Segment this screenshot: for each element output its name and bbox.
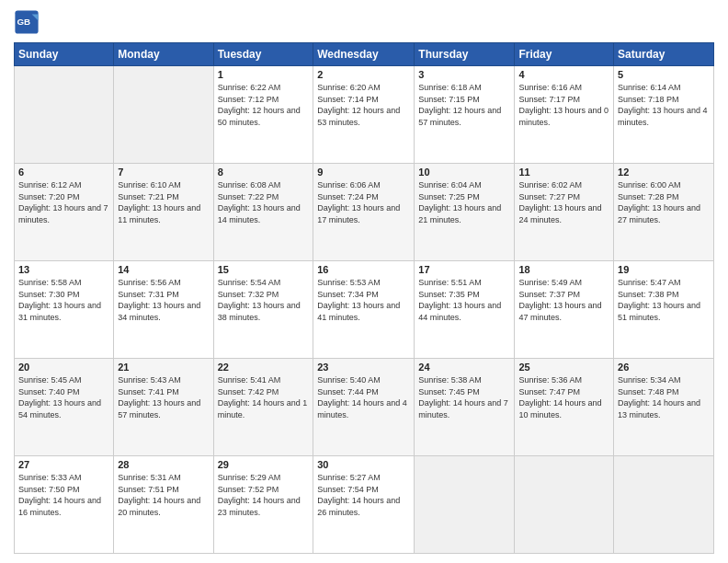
day-number: 15 <box>218 264 310 275</box>
day-number: 25 <box>518 362 609 373</box>
day-info: Sunrise: 6:20 AM Sunset: 7:14 PM Dayligh… <box>317 82 410 128</box>
day-info: Sunrise: 6:00 AM Sunset: 7:28 PM Dayligh… <box>618 179 710 225</box>
day-number: 3 <box>418 69 510 80</box>
day-number: 28 <box>118 459 209 470</box>
calendar-week-row: 27Sunrise: 5:33 AM Sunset: 7:50 PM Dayli… <box>15 456 714 554</box>
day-info: Sunrise: 6:14 AM Sunset: 7:18 PM Dayligh… <box>618 82 710 128</box>
day-number: 5 <box>618 69 710 80</box>
logo: GB <box>14 9 41 35</box>
calendar-day-cell: 14Sunrise: 5:56 AM Sunset: 7:31 PM Dayli… <box>114 261 213 359</box>
day-number: 10 <box>418 167 510 178</box>
calendar-week-row: 13Sunrise: 5:58 AM Sunset: 7:30 PM Dayli… <box>15 261 714 359</box>
day-info: Sunrise: 5:54 AM Sunset: 7:32 PM Dayligh… <box>218 277 310 323</box>
day-number: 13 <box>18 264 109 275</box>
calendar-day-cell: 1Sunrise: 6:22 AM Sunset: 7:12 PM Daylig… <box>213 66 313 164</box>
calendar-header-row: SundayMondayTuesdayWednesdayThursdayFrid… <box>15 43 714 66</box>
day-info: Sunrise: 6:22 AM Sunset: 7:12 PM Dayligh… <box>218 82 310 128</box>
day-number: 22 <box>218 362 310 373</box>
day-number: 4 <box>518 69 609 80</box>
weekday-header: Sunday <box>15 43 114 66</box>
calendar-day-cell: 26Sunrise: 5:34 AM Sunset: 7:48 PM Dayli… <box>614 359 714 456</box>
day-number: 1 <box>218 69 310 80</box>
weekday-header: Saturday <box>614 43 714 66</box>
day-info: Sunrise: 6:12 AM Sunset: 7:20 PM Dayligh… <box>18 179 109 225</box>
calendar-day-cell: 4Sunrise: 6:16 AM Sunset: 7:17 PM Daylig… <box>515 66 614 164</box>
calendar-day-cell: 7Sunrise: 6:10 AM Sunset: 7:21 PM Daylig… <box>114 164 213 261</box>
calendar-day-cell: 29Sunrise: 5:29 AM Sunset: 7:52 PM Dayli… <box>213 456 313 554</box>
weekday-header: Wednesday <box>313 43 415 66</box>
calendar-day-cell <box>114 66 213 164</box>
day-info: Sunrise: 5:31 AM Sunset: 7:51 PM Dayligh… <box>118 472 209 518</box>
day-number: 17 <box>418 264 510 275</box>
day-info: Sunrise: 5:34 AM Sunset: 7:48 PM Dayligh… <box>618 374 710 420</box>
calendar: SundayMondayTuesdayWednesdayThursdayFrid… <box>14 42 714 554</box>
calendar-day-cell: 16Sunrise: 5:53 AM Sunset: 7:34 PM Dayli… <box>313 261 415 359</box>
day-info: Sunrise: 6:06 AM Sunset: 7:24 PM Dayligh… <box>317 179 410 225</box>
calendar-day-cell: 28Sunrise: 5:31 AM Sunset: 7:51 PM Dayli… <box>114 456 213 554</box>
day-number: 11 <box>518 167 609 178</box>
day-number: 12 <box>618 167 710 178</box>
day-info: Sunrise: 5:40 AM Sunset: 7:44 PM Dayligh… <box>317 374 410 420</box>
calendar-day-cell: 6Sunrise: 6:12 AM Sunset: 7:20 PM Daylig… <box>15 164 114 261</box>
calendar-day-cell: 3Sunrise: 6:18 AM Sunset: 7:15 PM Daylig… <box>415 66 515 164</box>
svg-text:GB: GB <box>17 17 31 27</box>
calendar-day-cell: 18Sunrise: 5:49 AM Sunset: 7:37 PM Dayli… <box>515 261 614 359</box>
calendar-day-cell: 21Sunrise: 5:43 AM Sunset: 7:41 PM Dayli… <box>114 359 213 456</box>
calendar-day-cell: 5Sunrise: 6:14 AM Sunset: 7:18 PM Daylig… <box>614 66 714 164</box>
calendar-day-cell: 24Sunrise: 5:38 AM Sunset: 7:45 PM Dayli… <box>415 359 515 456</box>
calendar-day-cell: 30Sunrise: 5:27 AM Sunset: 7:54 PM Dayli… <box>313 456 415 554</box>
calendar-day-cell: 23Sunrise: 5:40 AM Sunset: 7:44 PM Dayli… <box>313 359 415 456</box>
day-number: 20 <box>18 362 109 373</box>
day-number: 6 <box>18 167 109 178</box>
day-info: Sunrise: 6:16 AM Sunset: 7:17 PM Dayligh… <box>518 82 609 128</box>
weekday-header: Friday <box>515 43 614 66</box>
day-info: Sunrise: 6:02 AM Sunset: 7:27 PM Dayligh… <box>518 179 609 225</box>
day-info: Sunrise: 5:27 AM Sunset: 7:54 PM Dayligh… <box>317 472 410 518</box>
day-info: Sunrise: 5:38 AM Sunset: 7:45 PM Dayligh… <box>418 374 510 420</box>
calendar-day-cell <box>415 456 515 554</box>
calendar-day-cell <box>15 66 114 164</box>
calendar-week-row: 6Sunrise: 6:12 AM Sunset: 7:20 PM Daylig… <box>15 164 714 261</box>
day-info: Sunrise: 5:45 AM Sunset: 7:40 PM Dayligh… <box>18 374 109 420</box>
day-info: Sunrise: 5:43 AM Sunset: 7:41 PM Dayligh… <box>118 374 209 420</box>
day-info: Sunrise: 5:41 AM Sunset: 7:42 PM Dayligh… <box>218 374 310 420</box>
header: GB <box>14 9 714 35</box>
day-info: Sunrise: 5:47 AM Sunset: 7:38 PM Dayligh… <box>618 277 710 323</box>
day-info: Sunrise: 5:49 AM Sunset: 7:37 PM Dayligh… <box>518 277 609 323</box>
day-info: Sunrise: 6:04 AM Sunset: 7:25 PM Dayligh… <box>418 179 510 225</box>
calendar-day-cell: 13Sunrise: 5:58 AM Sunset: 7:30 PM Dayli… <box>15 261 114 359</box>
day-info: Sunrise: 5:33 AM Sunset: 7:50 PM Dayligh… <box>18 472 109 518</box>
calendar-day-cell: 2Sunrise: 6:20 AM Sunset: 7:14 PM Daylig… <box>313 66 415 164</box>
day-number: 18 <box>518 264 609 275</box>
day-info: Sunrise: 6:08 AM Sunset: 7:22 PM Dayligh… <box>218 179 310 225</box>
day-info: Sunrise: 6:10 AM Sunset: 7:21 PM Dayligh… <box>118 179 209 225</box>
calendar-day-cell: 20Sunrise: 5:45 AM Sunset: 7:40 PM Dayli… <box>15 359 114 456</box>
day-info: Sunrise: 5:58 AM Sunset: 7:30 PM Dayligh… <box>18 277 109 323</box>
calendar-day-cell: 12Sunrise: 6:00 AM Sunset: 7:28 PM Dayli… <box>614 164 714 261</box>
day-number: 14 <box>118 264 209 275</box>
calendar-day-cell <box>614 456 714 554</box>
calendar-day-cell: 15Sunrise: 5:54 AM Sunset: 7:32 PM Dayli… <box>213 261 313 359</box>
day-info: Sunrise: 5:29 AM Sunset: 7:52 PM Dayligh… <box>218 472 310 518</box>
calendar-week-row: 20Sunrise: 5:45 AM Sunset: 7:40 PM Dayli… <box>15 359 714 456</box>
calendar-day-cell <box>515 456 614 554</box>
day-number: 19 <box>618 264 710 275</box>
calendar-day-cell: 27Sunrise: 5:33 AM Sunset: 7:50 PM Dayli… <box>15 456 114 554</box>
day-number: 9 <box>317 167 410 178</box>
day-info: Sunrise: 5:51 AM Sunset: 7:35 PM Dayligh… <box>418 277 510 323</box>
calendar-day-cell: 17Sunrise: 5:51 AM Sunset: 7:35 PM Dayli… <box>415 261 515 359</box>
page: GB SundayMondayTuesdayWednesdayThursdayF… <box>0 0 728 563</box>
logo-icon: GB <box>14 9 40 35</box>
weekday-header: Thursday <box>415 43 515 66</box>
calendar-day-cell: 10Sunrise: 6:04 AM Sunset: 7:25 PM Dayli… <box>415 164 515 261</box>
day-info: Sunrise: 6:18 AM Sunset: 7:15 PM Dayligh… <box>418 82 510 128</box>
day-info: Sunrise: 5:53 AM Sunset: 7:34 PM Dayligh… <box>317 277 410 323</box>
calendar-week-row: 1Sunrise: 6:22 AM Sunset: 7:12 PM Daylig… <box>15 66 714 164</box>
calendar-day-cell: 22Sunrise: 5:41 AM Sunset: 7:42 PM Dayli… <box>213 359 313 456</box>
day-number: 8 <box>218 167 310 178</box>
weekday-header: Tuesday <box>213 43 313 66</box>
calendar-day-cell: 19Sunrise: 5:47 AM Sunset: 7:38 PM Dayli… <box>614 261 714 359</box>
day-number: 7 <box>118 167 209 178</box>
calendar-day-cell: 9Sunrise: 6:06 AM Sunset: 7:24 PM Daylig… <box>313 164 415 261</box>
calendar-day-cell: 25Sunrise: 5:36 AM Sunset: 7:47 PM Dayli… <box>515 359 614 456</box>
